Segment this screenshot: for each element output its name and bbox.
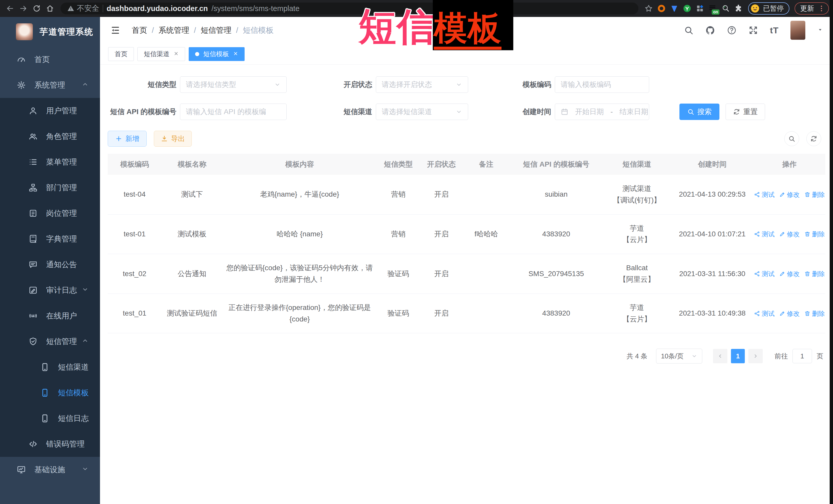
extension-grid-icon[interactable] bbox=[694, 3, 706, 14]
browser-update-button[interactable]: 更新 bbox=[794, 2, 829, 15]
edit-link[interactable]: 修改 bbox=[779, 308, 800, 319]
goto-page-input[interactable] bbox=[792, 349, 812, 363]
sidebar-item-home[interactable]: 首页 bbox=[0, 47, 100, 72]
sidebar-item-sms-log[interactable]: 短信日志 bbox=[0, 406, 100, 431]
add-button[interactable]: 新增 bbox=[108, 131, 147, 147]
not-secure-warning[interactable]: 不安全 bbox=[67, 3, 99, 14]
sidebar-item-system-management[interactable]: 系统管理 bbox=[0, 72, 100, 98]
show-search-toggle-button[interactable] bbox=[784, 131, 799, 146]
browser-profile-chip[interactable]: 已暂停 bbox=[748, 2, 789, 15]
delete-label: 删除 bbox=[812, 229, 825, 239]
sidebar-item-audit-log[interactable]: 审计日志 bbox=[0, 278, 100, 303]
shield-icon bbox=[28, 337, 39, 346]
github-icon[interactable] bbox=[705, 25, 715, 35]
extension-list-on-icon[interactable]: on bbox=[707, 3, 718, 14]
sidebar-item-dict-management[interactable]: 字典管理 bbox=[0, 226, 100, 252]
monitor-icon bbox=[16, 465, 27, 474]
prev-page-button[interactable] bbox=[713, 349, 728, 363]
sidebar-item-menu-management[interactable]: 菜单管理 bbox=[0, 149, 100, 175]
delete-link[interactable]: 删除 bbox=[804, 308, 825, 319]
test-link[interactable]: 测试 bbox=[754, 269, 775, 279]
delete-link[interactable]: 删除 bbox=[804, 269, 825, 279]
cell-actions: 测试 修改 删除 bbox=[754, 254, 825, 294]
tab-label: 首页 bbox=[115, 50, 127, 58]
sidebar-item-user-management[interactable]: 用户管理 bbox=[0, 98, 100, 124]
api-template-id-input[interactable]: 请输入短信 API 的模板编 bbox=[180, 103, 287, 120]
sidebar-item-notice[interactable]: 通知公告 bbox=[0, 252, 100, 278]
help-icon[interactable] bbox=[727, 25, 737, 35]
cell-content: 老鸡{name}，牛逼{code} bbox=[222, 175, 377, 214]
export-button[interactable]: 导出 bbox=[154, 131, 192, 147]
sidebar-item-role-management[interactable]: 角色管理 bbox=[0, 124, 100, 149]
kebab-menu-icon[interactable] bbox=[817, 5, 825, 12]
test-link[interactable]: 测试 bbox=[754, 229, 775, 239]
fullscreen-icon[interactable] bbox=[748, 25, 758, 35]
status-select[interactable]: 请选择开启状态 bbox=[376, 76, 468, 93]
next-page-button[interactable] bbox=[748, 349, 763, 363]
search-button[interactable]: 搜索 bbox=[680, 103, 719, 120]
chevron-left-icon bbox=[717, 353, 723, 359]
page-size-select[interactable]: 10条/页 bbox=[656, 349, 702, 363]
extension-donut-icon[interactable] bbox=[656, 3, 667, 14]
font-size-icon[interactable]: tT bbox=[770, 25, 779, 35]
sms-type-select[interactable]: 请选择短信类型 bbox=[180, 76, 287, 93]
close-icon[interactable] bbox=[233, 50, 238, 58]
sidebar-collapse-button[interactable] bbox=[110, 25, 121, 36]
delete-link[interactable]: 删除 bbox=[804, 229, 825, 239]
template-code-input[interactable]: 请输入模板编码 bbox=[555, 76, 649, 93]
browser-back-button[interactable] bbox=[4, 3, 16, 14]
online-user-icon bbox=[28, 311, 39, 320]
extension-magnifier-icon[interactable] bbox=[720, 3, 731, 14]
channel-select[interactable]: 请选择短信渠道 bbox=[376, 103, 468, 120]
tab-sms-channel[interactable]: 短信渠道 bbox=[137, 47, 185, 61]
test-link[interactable]: 测试 bbox=[754, 189, 775, 200]
browser-forward-button[interactable] bbox=[18, 3, 29, 14]
user-menu-caret-icon[interactable] bbox=[817, 27, 823, 34]
current-page-button[interactable]: 1 bbox=[731, 349, 745, 363]
extension-drop-icon[interactable] bbox=[669, 3, 680, 14]
reset-button[interactable]: 重置 bbox=[725, 103, 765, 120]
address-bar[interactable]: 不安全 dashboard.yudao.iocoder.cn/system/sm… bbox=[61, 3, 638, 14]
sidebar-item-sms-management[interactable]: 短信管理 bbox=[0, 329, 100, 354]
cell-content: 您的验证码{code}，该验证码5分钟内有效，请勿泄漏于他人！ bbox=[222, 254, 377, 294]
delete-link[interactable]: 删除 bbox=[804, 189, 825, 200]
refresh-icon bbox=[810, 135, 817, 142]
sidebar-item-post-management[interactable]: 岗位管理 bbox=[0, 200, 100, 226]
create-time-range-picker[interactable]: 开始日期 - 结束日期 bbox=[555, 103, 649, 120]
channel-tag: 【云片】 bbox=[606, 234, 668, 246]
bookmark-star-icon[interactable] bbox=[643, 3, 654, 14]
breadcrumb-home[interactable]: 首页 bbox=[132, 25, 159, 35]
browser-reload-button[interactable] bbox=[31, 3, 43, 14]
close-icon[interactable] bbox=[173, 50, 179, 58]
sidebar-logo-row[interactable]: 芋道管理系统 bbox=[0, 17, 100, 47]
edit-link[interactable]: 修改 bbox=[779, 229, 800, 239]
extensions-puzzle-icon[interactable] bbox=[733, 3, 744, 14]
tab-home[interactable]: 首页 bbox=[108, 47, 134, 61]
sidebar-item-error-code[interactable]: 错误码管理 bbox=[0, 431, 100, 457]
search-icon[interactable] bbox=[684, 25, 693, 35]
refresh-table-button[interactable] bbox=[806, 131, 821, 146]
trash-icon bbox=[804, 271, 810, 277]
avatar[interactable] bbox=[790, 21, 805, 40]
pagination-total: 共 4 条 bbox=[626, 352, 647, 361]
breadcrumb-sms[interactable]: 短信管理 bbox=[201, 25, 243, 35]
placeholder-text: 请选择开启状态 bbox=[382, 80, 456, 90]
browser-home-button[interactable] bbox=[44, 3, 56, 14]
extension-green-icon[interactable] bbox=[682, 3, 693, 14]
edit-link[interactable]: 修改 bbox=[779, 189, 800, 200]
breadcrumb-system[interactable]: 系统管理 bbox=[159, 25, 200, 35]
cell-actions: 测试 修改 删除 bbox=[754, 293, 825, 333]
sidebar-item-sms-channel[interactable]: 短信渠道 bbox=[0, 354, 100, 380]
reset-button-label: 重置 bbox=[743, 107, 758, 117]
sidebar-item-label: 短信渠道 bbox=[58, 362, 89, 373]
test-link[interactable]: 测试 bbox=[754, 308, 775, 319]
sidebar-item-online-users[interactable]: 在线用户 bbox=[0, 303, 100, 329]
annotation-overlay: 短信 模板 bbox=[358, 0, 513, 50]
tab-sms-template[interactable]: 短信模板 bbox=[189, 47, 245, 61]
sidebar-item-department-management[interactable]: 部门管理 bbox=[0, 175, 100, 200]
sidebar-item-sms-template[interactable]: 短信模板 bbox=[0, 380, 100, 406]
edit-link[interactable]: 修改 bbox=[779, 269, 800, 279]
gear-icon bbox=[16, 80, 27, 90]
sidebar-item-infrastructure[interactable]: 基础设施 bbox=[0, 457, 100, 482]
page-scrollbar[interactable] bbox=[830, 0, 833, 504]
